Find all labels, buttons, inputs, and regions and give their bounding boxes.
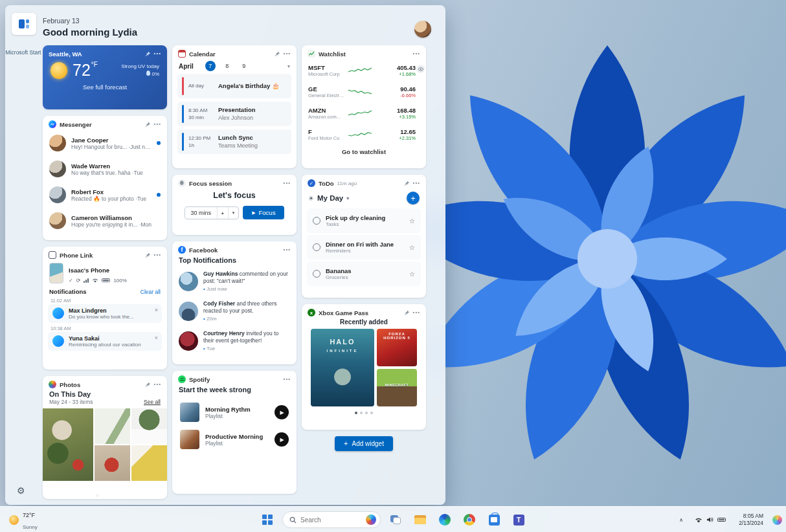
phone-device-row[interactable]: Isaac's Phone ✓ ⟳ 100% (43, 261, 167, 287)
taskbar-clock[interactable]: 8:05 AM 2/13/2024 (735, 511, 767, 529)
duration-decrease-icon[interactable]: ▾ (228, 207, 239, 219)
go-to-watchlist-link[interactable]: Go to watchlist (302, 148, 426, 155)
photo-thumbnail[interactable] (131, 408, 167, 444)
star-icon[interactable]: ☆ (409, 271, 415, 278)
task-view-icon (390, 515, 401, 524)
more-options-icon[interactable]: ••• (413, 181, 420, 186)
game-cover-minecraft[interactable]: MINECRAFT (377, 369, 417, 406)
copilot-icon[interactable] (772, 515, 782, 525)
stock-row[interactable]: MSFT Microsoft Corp 405.43 +1.68% (302, 60, 426, 81)
photos-pagination-dots[interactable] (43, 494, 167, 496)
pin-icon[interactable] (145, 252, 151, 258)
stock-row[interactable]: F Ford Motor Co 12.65 +2.31% (302, 124, 426, 145)
task-item[interactable]: Dinner on Fri with Jane Reminders ☆ (307, 235, 421, 260)
more-options-icon[interactable]: ••• (154, 252, 161, 258)
duration-increase-icon[interactable]: ▴ (217, 207, 228, 219)
user-avatar[interactable] (414, 21, 431, 38)
more-options-icon[interactable]: ••• (284, 377, 291, 382)
see-full-forecast-link[interactable]: See full forecast (43, 83, 167, 91)
task-complete-circle[interactable] (313, 270, 320, 278)
refresh-icon[interactable]: ⟳ (76, 278, 81, 283)
calendar-event[interactable]: 8:30 AM30 min Presentation Alex Johnson (177, 102, 291, 126)
stock-row[interactable]: GE General Electric... 90.46 -6.66% (302, 81, 426, 102)
calendar-day[interactable]: 9 (239, 61, 249, 71)
play-button[interactable]: ▶ (275, 405, 289, 419)
star-icon[interactable]: ☆ (409, 217, 415, 225)
pin-icon[interactable] (145, 51, 151, 57)
pin-icon[interactable] (404, 310, 410, 316)
more-options-icon[interactable]: ••• (413, 51, 420, 56)
sidebar-item-microsoft-start[interactable]: Microsoft Start (5, 45, 41, 57)
teams-button[interactable]: T (509, 510, 528, 529)
settings-gear-icon[interactable]: ⚙ (17, 485, 25, 496)
facebook-notification[interactable]: Guy Hawkins commented on your post: "can… (172, 267, 297, 296)
more-options-icon[interactable]: ••• (284, 51, 291, 56)
phone-notification[interactable]: Yuna Sakai Reminiscing about our vacatio… (48, 332, 162, 351)
photo-thumbnail[interactable] (131, 445, 167, 481)
photo-thumbnail[interactable] (95, 445, 130, 481)
add-task-button[interactable]: + (407, 192, 420, 205)
photo-thumbnail[interactable] (43, 408, 93, 481)
message-item[interactable]: Jane Cooper Hey! Hangout for bru...Just … (43, 130, 167, 156)
start-button[interactable] (258, 510, 277, 529)
facebook-notification[interactable]: Cody Fisher and three others reacted to … (172, 296, 297, 326)
add-widget-button[interactable]: + Add widget (335, 436, 393, 451)
message-item[interactable]: Wade Warren No way that's true. hahaTue (43, 156, 167, 182)
play-button[interactable]: ▶ (275, 432, 289, 447)
pin-icon[interactable] (145, 122, 151, 127)
task-item[interactable]: Bananas Groceries ☆ (307, 261, 421, 286)
weather-widget[interactable]: Seattle, WA ••• 72°F Strong UV today 0% (43, 45, 167, 109)
more-options-icon[interactable]: ••• (413, 310, 420, 315)
stock-row[interactable]: AMZN Amazon.com... 168.48 +3.15% (302, 102, 426, 124)
more-options-icon[interactable]: ••• (154, 122, 161, 127)
taskbar-widgets-button[interactable]: 72°F Sunny (3, 509, 44, 530)
photo-thumbnail[interactable] (95, 408, 130, 444)
clear-all-link[interactable]: Clear all (140, 289, 161, 295)
task-view-button[interactable] (386, 510, 405, 529)
edge-button[interactable] (435, 510, 455, 529)
search-input[interactable] (300, 516, 362, 524)
playlist-item[interactable]: Morning Rythm Playlist ▶ (172, 399, 297, 426)
close-icon[interactable]: × (155, 335, 158, 341)
chevron-down-icon[interactable]: ▾ (346, 195, 349, 201)
duration-select[interactable]: 30 mins ▴ ▾ (185, 206, 240, 219)
playlist-item[interactable]: Productive Morning Playlist ▶ (172, 426, 297, 453)
hidden-icons-chevron-icon[interactable]: ∧ (677, 515, 686, 526)
task-complete-circle[interactable] (313, 243, 320, 251)
notification-text: Max Lindgren Do you know who took the... (69, 307, 157, 320)
game-cover-forza-horizon-5[interactable]: FORZA HORIZON 5 (377, 329, 417, 366)
file-explorer-button[interactable] (410, 510, 430, 529)
calendar-day-selected[interactable]: 7 (205, 61, 216, 71)
photo-collage[interactable] (43, 408, 167, 481)
eye-icon[interactable] (416, 65, 425, 73)
facebook-notification[interactable]: Courtney Henry invited you to their even… (172, 326, 297, 356)
message-item[interactable]: Cameron Williamson Hope you're enjoying … (43, 208, 167, 234)
close-icon[interactable]: × (155, 307, 158, 313)
phone-notification[interactable]: Max Lindgren Do you know who took the...… (48, 304, 162, 323)
pin-icon[interactable] (275, 51, 280, 57)
calendar-event[interactable]: All day Angela's Birthday 🎂 (177, 74, 291, 98)
task-complete-circle[interactable] (313, 217, 320, 225)
my-day-label[interactable]: My Day (317, 194, 343, 202)
chevron-down-icon[interactable]: ▾ (287, 63, 290, 69)
pin-icon[interactable] (145, 382, 151, 388)
focus-start-button[interactable]: ▶ Focus (243, 206, 284, 219)
store-button[interactable] (484, 510, 504, 529)
calendar-event[interactable]: 12:30 PM1h Lunch Sync Teams Meeting (177, 129, 291, 154)
widgets-board-button[interactable] (12, 13, 36, 35)
network-volume-battery-group[interactable] (691, 514, 730, 526)
xbox-pagination-dots[interactable] (302, 412, 426, 414)
taskbar-search[interactable] (282, 511, 381, 528)
chrome-button[interactable] (460, 510, 479, 529)
game-cover-halo-infinite[interactable]: HALO INFINITE (311, 329, 374, 406)
more-options-icon[interactable]: ••• (154, 51, 161, 56)
more-options-icon[interactable]: ••• (284, 181, 291, 186)
pin-icon[interactable] (404, 181, 410, 186)
task-item[interactable]: Pick up dry cleaning Tasks ☆ (307, 208, 421, 233)
message-item[interactable]: Robert Fox Reacted 🔥 to your photoTue (43, 182, 167, 208)
calendar-day[interactable]: 8 (222, 61, 232, 71)
more-options-icon[interactable]: ••• (154, 382, 161, 387)
see-all-link[interactable]: See all (144, 399, 161, 405)
star-icon[interactable]: ☆ (409, 244, 415, 251)
more-options-icon[interactable]: ••• (284, 247, 291, 252)
